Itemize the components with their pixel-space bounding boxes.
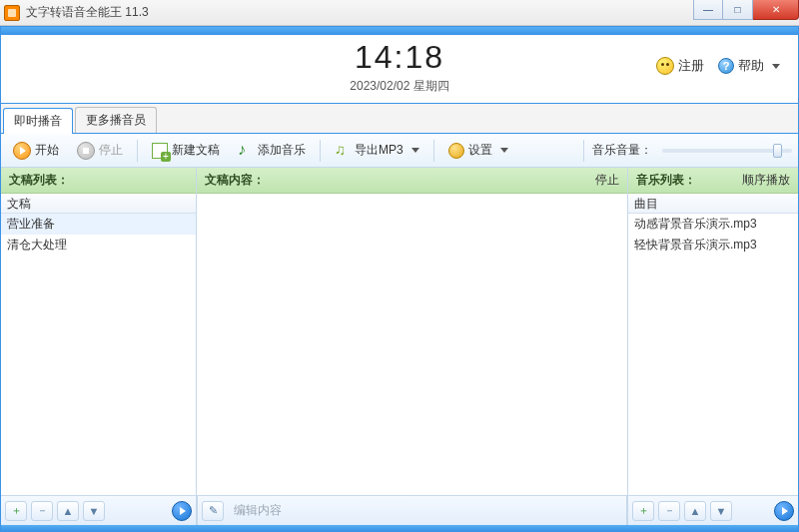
tab-more-announcers[interactable]: 更多播音员 <box>75 107 157 133</box>
musiclist-add-button[interactable]: ＋ <box>632 501 654 521</box>
settings-button[interactable]: 设置 <box>442 139 514 162</box>
list-item-label: 动感背景音乐演示.mp3 <box>634 217 757 231</box>
start-label: 开始 <box>35 142 59 159</box>
toolbar: 开始 停止 新建文稿 添加音乐 导出MP3 设置 音乐音 <box>1 134 798 168</box>
slider-thumb[interactable] <box>773 144 782 158</box>
new-document-label: 新建文稿 <box>172 142 220 159</box>
list-item[interactable]: 轻快背景音乐演示.mp3 <box>628 235 798 256</box>
document-content-panel: 文稿内容： 停止 ✎ 编辑内容 <box>197 168 628 525</box>
doclist-down-button[interactable]: ▼ <box>83 501 105 521</box>
musiclist-up-button[interactable]: ▲ <box>684 501 706 521</box>
header-strip <box>1 27 798 35</box>
music-list-header: 音乐列表： 顺序播放 <box>628 168 798 194</box>
list-item[interactable]: 营业准备 <box>1 214 196 235</box>
new-document-icon <box>152 143 168 159</box>
help-menu[interactable]: ? 帮助 <box>718 57 780 75</box>
musiclist-play-button[interactable] <box>774 501 794 521</box>
window-maximize-button[interactable]: □ <box>723 0 753 20</box>
document-list[interactable]: 营业准备 清仓大处理 <box>1 214 196 495</box>
register-link[interactable]: 注册 <box>656 57 704 75</box>
tab-label: 即时播音 <box>14 114 62 128</box>
window-minimize-button[interactable]: — <box>693 0 723 20</box>
titlebar: 文字转语音全能王 11.3 — □ ✕ <box>0 0 799 26</box>
doclist-play-button[interactable] <box>172 501 192 521</box>
chevron-down-icon <box>411 148 419 153</box>
settings-label: 设置 <box>468 142 492 159</box>
toolbar-separator <box>320 140 321 162</box>
doclist-add-button[interactable]: ＋ <box>5 501 27 521</box>
music-list-footer: ＋ － ▲ ▼ <box>628 495 798 525</box>
toolbar-separator <box>433 140 434 162</box>
music-list[interactable]: 动感背景音乐演示.mp3 轻快背景音乐演示.mp3 <box>628 214 798 495</box>
edit-content-hint: 编辑内容 <box>234 502 282 519</box>
edit-content-button[interactable]: ✎ <box>202 501 224 521</box>
document-content-title: 文稿内容： <box>205 172 265 189</box>
list-item[interactable]: 清仓大处理 <box>1 235 196 256</box>
toolbar-separator <box>583 140 584 162</box>
window-title: 文字转语音全能王 11.3 <box>26 4 149 21</box>
stop-label: 停止 <box>99 142 123 159</box>
stop-icon <box>77 142 95 160</box>
list-item-label: 轻快背景音乐演示.mp3 <box>634 238 757 252</box>
music-volume-block: 音乐音量： <box>592 142 792 159</box>
toolbar-separator <box>137 140 138 162</box>
music-list-title: 音乐列表： <box>636 172 696 189</box>
list-item-label: 清仓大处理 <box>7 238 67 252</box>
tab-label: 更多播音员 <box>86 113 146 127</box>
document-list-header: 文稿列表： <box>1 168 196 194</box>
document-content-area[interactable] <box>197 194 627 495</box>
doclist-up-button[interactable]: ▲ <box>57 501 79 521</box>
music-play-mode[interactable]: 顺序播放 <box>742 172 790 189</box>
document-list-column-header: 文稿 <box>1 194 196 214</box>
document-list-panel: 文稿列表： 文稿 营业准备 清仓大处理 ＋ － ▲ ▼ <box>1 168 197 525</box>
gear-icon <box>448 143 464 159</box>
list-item-label: 营业准备 <box>7 217 55 231</box>
chevron-down-icon <box>772 64 780 69</box>
help-icon: ? <box>718 58 734 74</box>
export-mp3-button[interactable]: 导出MP3 <box>329 139 425 162</box>
document-content-footer: ✎ 编辑内容 <box>197 495 627 525</box>
musiclist-remove-button[interactable]: － <box>658 501 680 521</box>
header: 14:18 2023/02/02 星期四 注册 ? 帮助 <box>1 27 798 104</box>
export-icon <box>335 143 351 159</box>
new-document-button[interactable]: 新建文稿 <box>146 139 226 162</box>
music-note-icon <box>238 143 254 159</box>
music-list-panel: 音乐列表： 顺序播放 曲目 动感背景音乐演示.mp3 轻快背景音乐演示.mp3 … <box>628 168 798 525</box>
document-content-header: 文稿内容： 停止 <box>197 168 627 194</box>
tab-instant-broadcast[interactable]: 即时播音 <box>3 108 73 134</box>
add-music-label: 添加音乐 <box>258 142 306 159</box>
doclist-remove-button[interactable]: － <box>31 501 53 521</box>
add-music-button[interactable]: 添加音乐 <box>232 139 312 162</box>
stop-button[interactable]: 停止 <box>71 139 129 163</box>
chevron-down-icon <box>500 148 508 153</box>
music-list-column-header: 曲目 <box>628 194 798 214</box>
play-icon <box>13 142 31 160</box>
window-close-button[interactable]: ✕ <box>753 0 799 20</box>
list-item[interactable]: 动感背景音乐演示.mp3 <box>628 214 798 235</box>
clock-date: 2023/02/02 星期四 <box>13 78 786 95</box>
music-volume-label: 音乐音量： <box>592 142 652 159</box>
app-icon <box>4 5 20 21</box>
smiley-icon <box>656 57 674 75</box>
tabs-row: 即时播音 更多播音员 <box>1 104 798 134</box>
document-content-status: 停止 <box>595 172 619 189</box>
bottom-strip <box>1 525 798 531</box>
export-mp3-label: 导出MP3 <box>355 142 403 159</box>
document-list-title: 文稿列表： <box>9 172 69 189</box>
start-button[interactable]: 开始 <box>7 139 65 163</box>
music-volume-slider[interactable] <box>662 149 792 153</box>
help-label: 帮助 <box>738 57 764 75</box>
document-list-footer: ＋ － ▲ ▼ <box>1 495 196 525</box>
main-area: 文稿列表： 文稿 营业准备 清仓大处理 ＋ － ▲ ▼ <box>1 168 798 525</box>
register-label: 注册 <box>678 57 704 75</box>
musiclist-down-button[interactable]: ▼ <box>710 501 732 521</box>
